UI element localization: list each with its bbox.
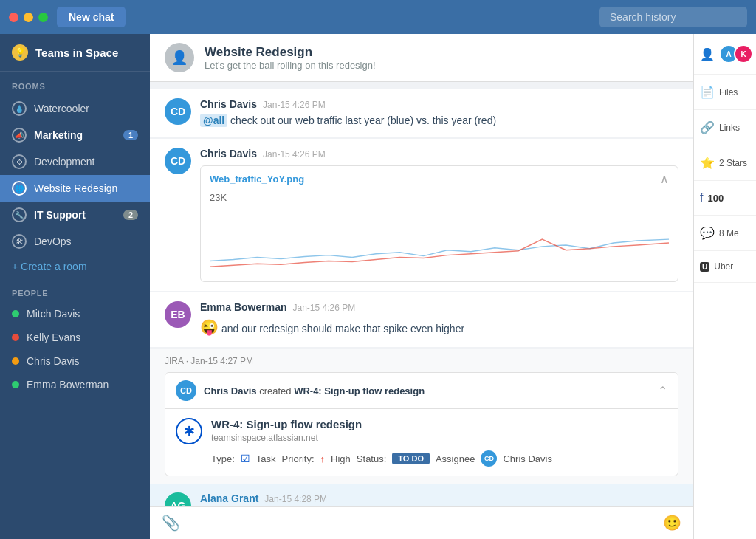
jira-card: CD Chris Davis created WR-4: Sign-up flo… (165, 372, 678, 476)
chart-area (201, 207, 678, 281)
maximize-button[interactable] (38, 13, 48, 22)
jira-card-body: ✱ WR-4: Sign-up flow redesign teamsinspa… (165, 409, 678, 476)
avatar: AG (165, 492, 191, 506)
sidebar-item-mitch-davis[interactable]: Mitch Davis (0, 302, 150, 326)
close-button[interactable] (9, 13, 18, 22)
mentions-icon: 💬 (700, 226, 715, 240)
minimize-button[interactable] (24, 13, 33, 22)
jira-details: WR-4: Sign-up flow redesign teamsinspace… (211, 418, 667, 467)
message-time: Jan-15 4:28 PM (264, 494, 327, 504)
jira-header-text: Chris Davis created WR-4: Sign-up flow r… (204, 385, 650, 396)
rp-uber-label: Uber (714, 261, 733, 272)
traffic-lights (9, 13, 48, 22)
message-content: Alana Grant Jan-15 4:28 PM That traffic … (200, 492, 678, 506)
avatar: CD (165, 98, 191, 125)
room-icon: 💧 (12, 101, 27, 116)
people-label: PEOPLE (0, 278, 150, 302)
mention: @all (200, 114, 227, 127)
rp-people[interactable]: 👤 A K (694, 34, 756, 75)
files-icon: 📄 (700, 85, 715, 99)
sidebar-item-kelly-evans[interactable]: Kelly Evans (0, 326, 150, 349)
right-panel: 👤 A K 📄 Files 🔗 Links ⭐ 2 Stars f 100 💬 (693, 34, 756, 539)
room-icon: 🌐 (12, 181, 27, 196)
chart-filename[interactable]: Web_traffic_YoY.png (210, 174, 304, 185)
message-text: @all check out our web traffic last year… (200, 113, 678, 128)
rp-mentions[interactable]: 💬 8 Me (694, 216, 756, 251)
status-badge: TO DO (392, 453, 430, 464)
room-desc: Let's get the ball rolling on this redes… (205, 60, 376, 71)
sidebar-item-development[interactable]: ⚙ Development (0, 148, 150, 175)
rp-links[interactable]: 🔗 Links (694, 110, 756, 145)
jira-source: JIRA · Jan-15 4:27 PM (165, 356, 678, 366)
team-header[interactable]: 💡 Teams in Space (0, 34, 150, 72)
rp-stars-label: 2 Stars (719, 158, 747, 168)
message-header: Chris Davis Jan-15 4:26 PM (200, 98, 678, 110)
message-group: CD Chris Davis Jan-15 4:26 PM @all check… (150, 89, 693, 137)
message-content: Emma Bowerman Jan-15 4:26 PM 😜 and our r… (200, 301, 678, 338)
it-support-badge: 2 (123, 210, 138, 220)
create-room-link[interactable]: + Create a room (0, 255, 150, 278)
room-name: Website Redesign (205, 45, 376, 60)
message-time: Jan-15 4:26 PM (292, 303, 355, 313)
status-dot-green (12, 310, 19, 317)
jira-url: teamsinspace.atlassian.net (211, 433, 667, 443)
chat-header-info: Website Redesign Let's get the ball roll… (205, 45, 376, 71)
message-time: Jan-15 4:26 PM (263, 100, 326, 110)
jira-logo: ✱ (176, 418, 202, 444)
chart-header: Web_traffic_YoY.png ∧ (201, 166, 678, 192)
rp-mentions-label: 8 Me (719, 228, 739, 238)
sidebar-item-chris-davis[interactable]: Chris Davis (0, 349, 150, 373)
room-icon: 📣 (12, 128, 27, 143)
attach-icon[interactable]: 📎 (162, 514, 180, 532)
search-history-input[interactable] (599, 7, 747, 27)
chat-area: 👤 Website Redesign Let's get the ball ro… (150, 34, 693, 539)
jira-meta: Type: ☑ Task Priority: ↑ High Status: TO… (211, 450, 667, 467)
emoji-icon: 😜 (200, 319, 219, 335)
avatar: EB (165, 301, 191, 328)
messages-container: CD Chris Davis Jan-15 4:26 PM @all check… (150, 82, 693, 506)
status-dot-green (12, 381, 19, 388)
chart-attachment: Web_traffic_YoY.png ∧ 23K (200, 165, 678, 282)
sidebar-item-marketing[interactable]: 📣 Marketing 1 (0, 122, 150, 148)
new-chat-button[interactable]: New chat (57, 7, 126, 27)
rp-facebook[interactable]: f 100 (694, 181, 756, 216)
sidebar-item-it-support[interactable]: 🔧 IT Support 2 (0, 202, 150, 228)
jira-author-avatar: CD (176, 380, 196, 401)
marketing-badge: 1 (123, 130, 138, 140)
rp-files[interactable]: 📄 Files (694, 75, 756, 110)
rp-uber[interactable]: U Uber (694, 251, 756, 283)
uber-icon: U (700, 262, 709, 272)
room-icon: 🛠 (12, 234, 27, 249)
rp-links-label: Links (719, 123, 740, 133)
rp-files-label: Files (719, 87, 738, 97)
jira-card-header: CD Chris Davis created WR-4: Sign-up flo… (165, 373, 678, 409)
sidebar-item-emma-bowerman[interactable]: Emma Bowerman (0, 373, 150, 396)
chat-input[interactable] (188, 517, 656, 529)
status-dot-orange (12, 357, 19, 365)
rooms-label: ROOMS (0, 72, 150, 95)
message-content: Chris Davis Jan-15 4:26 PM Web_traffic_Y… (200, 148, 678, 282)
message-group: CD Chris Davis Jan-15 4:26 PM Web_traffi… (150, 139, 693, 291)
sidebar-item-website-redesign[interactable]: 🌐 Website Redesign (0, 175, 150, 202)
team-icon: 💡 (12, 44, 28, 61)
message-author: Chris Davis (200, 98, 257, 110)
chat-input-area: 📎 🙂 (150, 506, 693, 539)
links-icon: 🔗 (700, 120, 715, 134)
rp-facebook-count: 100 (707, 193, 724, 204)
chat-header: 👤 Website Redesign Let's get the ball ro… (150, 34, 693, 82)
jira-collapse-icon[interactable]: ⌃ (658, 384, 667, 398)
room-avatar: 👤 (165, 43, 194, 72)
rp-stars[interactable]: ⭐ 2 Stars (694, 145, 756, 181)
message-content: Chris Davis Jan-15 4:26 PM @all check ou… (200, 98, 678, 128)
jira-type-icon: ☑ (241, 453, 250, 464)
room-icon: 🔧 (12, 207, 27, 222)
emoji-picker-icon[interactable]: 🙂 (663, 514, 681, 532)
sidebar-item-watercooler[interactable]: 💧 Watercooler (0, 95, 150, 122)
collapse-icon[interactable]: ∧ (660, 172, 669, 186)
facebook-icon: f (700, 191, 703, 205)
sidebar-item-devops[interactable]: 🛠 DevOps (0, 228, 150, 255)
jira-message: JIRA · Jan-15 4:27 PM CD Chris Davis cre… (150, 349, 693, 484)
message-header: Chris Davis Jan-15 4:26 PM (200, 148, 678, 159)
assignee-avatar: CD (481, 450, 497, 467)
room-icon: ⚙ (12, 154, 27, 169)
